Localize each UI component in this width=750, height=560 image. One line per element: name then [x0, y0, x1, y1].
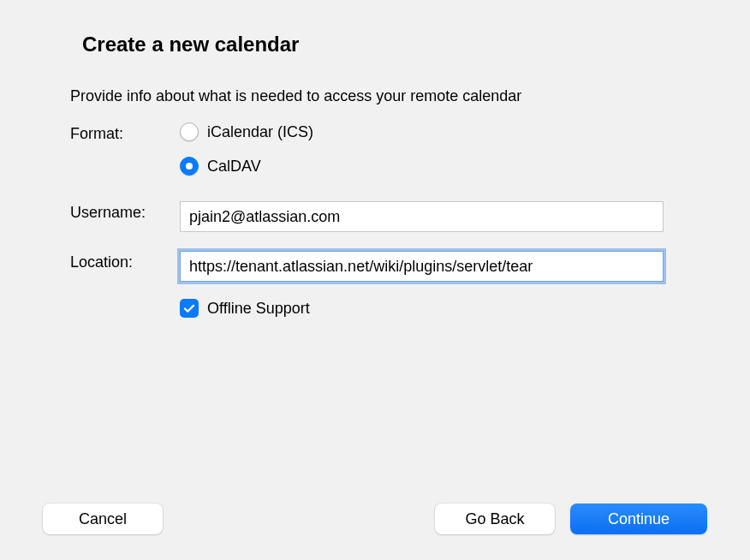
username-label: Username: — [51, 201, 180, 222]
radio-icalendar-label: iCalendar (ICS) — [207, 123, 313, 141]
format-label: Format: — [51, 122, 180, 143]
location-label: Location: — [51, 251, 180, 271]
radio-icalendar[interactable]: iCalendar (ICS) — [180, 122, 664, 141]
dialog-subtitle: Provide info about what is needed to acc… — [70, 87, 699, 105]
continue-button[interactable]: Continue — [570, 503, 707, 534]
radio-caldav-label: CalDAV — [207, 158, 261, 176]
location-input[interactable] — [180, 251, 664, 282]
dialog-title: Create a new calendar — [82, 33, 699, 57]
offline-support-label: Offline Support — [207, 300, 310, 318]
cancel-button[interactable]: Cancel — [43, 503, 163, 534]
radio-checked-icon — [180, 157, 199, 176]
radio-caldav[interactable]: CalDAV — [180, 157, 664, 176]
username-input[interactable] — [180, 201, 664, 232]
go-back-button[interactable]: Go Back — [435, 503, 555, 534]
offline-support-checkbox[interactable]: Offline Support — [180, 299, 664, 318]
radio-unchecked-icon — [180, 122, 199, 141]
checkbox-checked-icon — [180, 299, 199, 318]
